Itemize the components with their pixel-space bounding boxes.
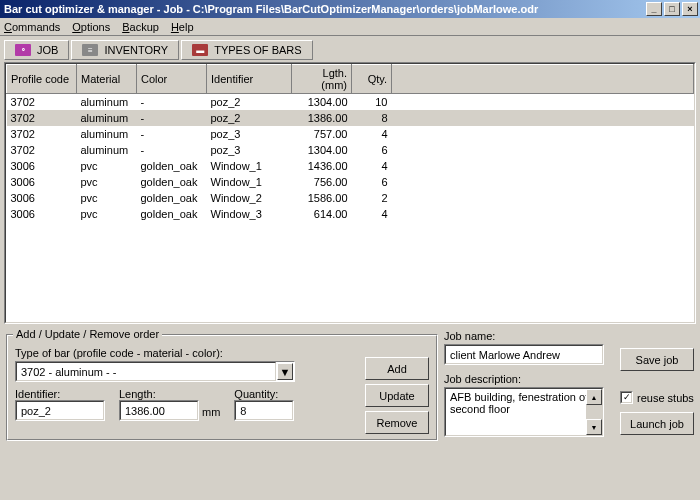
groupbox-title: Add / Update / Remove order [13, 328, 162, 340]
length-input[interactable]: 1386.00 [119, 400, 199, 421]
column-header[interactable]: Lgth. (mm) [292, 65, 352, 94]
inventory-icon: ≡ [82, 44, 98, 56]
table-cell: - [137, 110, 207, 126]
reuse-stubs-checkbox[interactable]: ✓ reuse stubs [620, 391, 694, 404]
type-value: 3702 - aluminum - - [21, 366, 116, 378]
scroll-down-icon[interactable]: ▼ [586, 419, 602, 435]
table-cell: poz_3 [207, 126, 292, 142]
column-header[interactable]: Material [77, 65, 137, 94]
save-job-button[interactable]: Save job [620, 348, 694, 371]
table-cell: 6 [352, 142, 392, 158]
table-cell: 3006 [7, 206, 77, 222]
table-row[interactable]: 3006pvcgolden_oakWindow_11436.004 [7, 158, 694, 174]
table-row-empty [7, 302, 694, 318]
menu-options[interactable]: Options [72, 21, 110, 33]
table-cell: poz_2 [207, 94, 292, 110]
table-cell: 6 [352, 174, 392, 190]
window-title: Bar cut optimizer & manager - Job - C:\P… [2, 3, 644, 15]
minimize-button[interactable]: _ [646, 2, 662, 16]
tab-label: INVENTORY [104, 44, 168, 56]
table-cell: 4 [352, 206, 392, 222]
column-header-filler [392, 65, 694, 94]
close-button[interactable]: × [682, 2, 698, 16]
table-cell: 1304.00 [292, 94, 352, 110]
table-cell: - [137, 126, 207, 142]
table-cell: aluminum [77, 94, 137, 110]
update-button[interactable]: Update [365, 384, 429, 407]
table-cell: - [137, 94, 207, 110]
tab-label: TYPES OF BARS [214, 44, 301, 56]
table-cell: 3702 [7, 110, 77, 126]
table-cell: 8 [352, 110, 392, 126]
table-cell: pvc [77, 158, 137, 174]
quantity-label: Quantity: [234, 388, 294, 400]
chevron-down-icon[interactable]: ▼ [277, 363, 293, 380]
table-cell: 3702 [7, 142, 77, 158]
table-cell: 3006 [7, 158, 77, 174]
maximize-button[interactable]: □ [664, 2, 680, 16]
job-name-label: Job name: [444, 330, 614, 342]
table-cell: 3702 [7, 94, 77, 110]
table-cell: 1586.00 [292, 190, 352, 206]
scroll-up-icon[interactable]: ▲ [586, 389, 602, 405]
table-cell: golden_oak [137, 190, 207, 206]
table-cell: 757.00 [292, 126, 352, 142]
table-cell: 1304.00 [292, 142, 352, 158]
tab-types[interactable]: ▬ TYPES OF BARS [181, 40, 312, 60]
order-table: Profile codeMaterialColorIdentifierLgth.… [4, 62, 696, 324]
table-row-empty [7, 286, 694, 302]
quantity-input[interactable]: 8 [234, 400, 294, 421]
column-header[interactable]: Qty. [352, 65, 392, 94]
column-header[interactable]: Profile code [7, 65, 77, 94]
tab-inventory[interactable]: ≡ INVENTORY [71, 40, 179, 60]
table-cell: 3702 [7, 126, 77, 142]
column-header[interactable]: Color [137, 65, 207, 94]
table-row-empty [7, 238, 694, 254]
table-row[interactable]: 3006pvcgolden_oakWindow_21586.002 [7, 190, 694, 206]
table-row[interactable]: 3702aluminum-poz_21304.0010 [7, 94, 694, 110]
table-cell: pvc [77, 174, 137, 190]
menu-backup[interactable]: Backup [122, 21, 159, 33]
table-row[interactable]: 3702aluminum-poz_31304.006 [7, 142, 694, 158]
job-desc-textarea[interactable]: AFB building, fenestration of second flo… [444, 387, 604, 437]
table-row[interactable]: 3702aluminum-poz_3757.004 [7, 126, 694, 142]
table-cell: golden_oak [137, 206, 207, 222]
column-header[interactable]: Identifier [207, 65, 292, 94]
table-cell: 4 [352, 158, 392, 174]
menubar: Commands Options Backup Help [0, 18, 700, 36]
tabbar: ⚬ JOB ≡ INVENTORY ▬ TYPES OF BARS [0, 36, 700, 60]
table-cell: 3006 [7, 174, 77, 190]
titlebar: Bar cut optimizer & manager - Job - C:\P… [0, 0, 700, 18]
table-row-empty [7, 318, 694, 324]
table-cell: Window_1 [207, 174, 292, 190]
types-icon: ▬ [192, 44, 208, 56]
check-icon: ✓ [621, 392, 632, 403]
table-cell: 756.00 [292, 174, 352, 190]
type-select[interactable]: 3702 - aluminum - - ▼ [15, 361, 295, 382]
table-cell: - [137, 142, 207, 158]
table-cell: 10 [352, 94, 392, 110]
table-cell: golden_oak [137, 158, 207, 174]
job-name-input[interactable]: client Marlowe Andrew [444, 344, 604, 365]
scrollbar[interactable]: ▲ ▼ [586, 389, 602, 435]
menu-help[interactable]: Help [171, 21, 194, 33]
launch-job-button[interactable]: Launch job [620, 412, 694, 435]
job-desc-label: Job description: [444, 373, 614, 385]
add-button[interactable]: Add [365, 357, 429, 380]
table-cell: 2 [352, 190, 392, 206]
table-row-empty [7, 254, 694, 270]
table-row[interactable]: 3702aluminum-poz_21386.008 [7, 110, 694, 126]
identifier-input[interactable]: poz_2 [15, 400, 105, 421]
table-cell: pvc [77, 190, 137, 206]
remove-button[interactable]: Remove [365, 411, 429, 434]
table-cell: aluminum [77, 110, 137, 126]
table-cell: Window_1 [207, 158, 292, 174]
table-row[interactable]: 3006pvcgolden_oakWindow_1756.006 [7, 174, 694, 190]
table-cell: 614.00 [292, 206, 352, 222]
table-cell: 4 [352, 126, 392, 142]
tab-job[interactable]: ⚬ JOB [4, 40, 69, 60]
table-cell: aluminum [77, 142, 137, 158]
menu-commands[interactable]: Commands [4, 21, 60, 33]
table-row[interactable]: 3006pvcgolden_oakWindow_3614.004 [7, 206, 694, 222]
tab-label: JOB [37, 44, 58, 56]
